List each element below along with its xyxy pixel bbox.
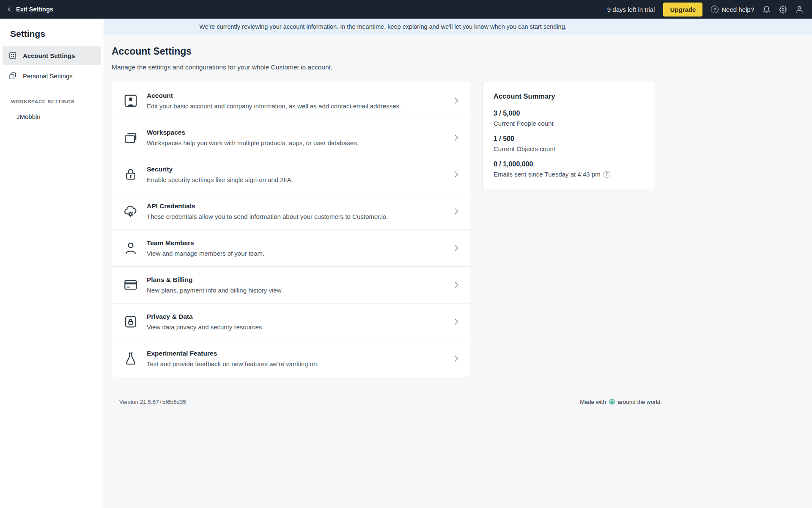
lock-icon [123, 167, 138, 182]
person-icon [123, 240, 138, 256]
row-title: API Credentials [147, 202, 452, 210]
account-summary-card: Account Summary 3 / 5,000 Current People… [482, 82, 654, 189]
help-circle-icon: ? [711, 6, 719, 13]
row-text: Team Members View and manage members of … [147, 239, 452, 257]
user-account-icon[interactable] [796, 6, 804, 14]
sidebar-item-workspace-jmobbin[interactable]: JMobbin [0, 109, 104, 124]
made-with-prefix: Made with [580, 399, 606, 405]
settings-row-workspaces[interactable]: Workspaces Workspaces help you work with… [112, 119, 470, 156]
row-description: These credentials allow you to send info… [147, 213, 452, 220]
stat-label: Current Objects count [494, 145, 643, 152]
content-container: Account Settings Manage the settings and… [112, 46, 654, 405]
chevron-right-icon [452, 97, 461, 105]
row-description: Workspaces help you work with multiple p… [147, 139, 452, 146]
settings-row-api-credentials[interactable]: API Credentials These credentials allow … [112, 193, 470, 229]
main-area: We're currently reviewing your account i… [104, 19, 812, 508]
row-text: Plans & Billing New plans, payment info … [147, 276, 452, 294]
workspaces-folders-icon [123, 130, 138, 145]
page-title: Account Settings [112, 46, 654, 57]
account-settings-grid-icon [8, 51, 17, 60]
version-text: Version 21.5.57+bf6b5d35 [119, 399, 186, 405]
row-title: Plans & Billing [147, 276, 452, 284]
row-text: Security Enable security settings like s… [147, 166, 452, 183]
sidebar-title: Settings [10, 29, 104, 39]
stat-label: Current People count [494, 120, 643, 127]
account-badge-icon [123, 93, 138, 108]
notifications-bell-icon[interactable] [763, 6, 771, 14]
settings-row-privacy-data[interactable]: Privacy & Data View data privacy and sec… [112, 303, 470, 340]
chevron-right-icon [452, 170, 461, 179]
chevron-right-icon [452, 281, 461, 289]
row-title: Privacy & Data [147, 313, 452, 320]
need-help-button[interactable]: ? Need help? [711, 6, 754, 13]
topbar-actions: 9 days left in trial Upgrade ? Need help… [607, 3, 804, 17]
chevron-right-icon [452, 133, 461, 142]
row-description: Test and provide feedback on new feature… [147, 360, 452, 367]
stat-value: 3 / 5,000 [494, 110, 643, 117]
row-title: Workspaces [147, 129, 452, 136]
settings-list-card: Account Edit your basic account and comp… [112, 82, 470, 377]
chevron-right-icon [452, 207, 461, 215]
stat-value: 0 / 1,000,000 [494, 160, 643, 168]
shield-lock-icon [123, 314, 138, 329]
review-notice-text: We're currently reviewing your account i… [112, 19, 654, 35]
sidebar-item-account-settings[interactable]: Account Settings [3, 46, 101, 65]
trial-countdown: 9 days left in trial [607, 6, 655, 13]
need-help-label: Need help? [721, 6, 754, 13]
row-description: Enable security settings like single sig… [147, 176, 452, 183]
stat-label-text: Emails sent since Tuesday at 4:43 pm [494, 171, 601, 178]
account-summary-title: Account Summary [494, 92, 643, 100]
credit-card-icon [123, 277, 138, 293]
sidebar-item-label: Personal Settings [23, 72, 73, 80]
objects-count-stat: 1 / 500 Current Objects count [494, 135, 643, 152]
settings-row-experimental-features[interactable]: Experimental Features Test and provide f… [112, 340, 470, 377]
content-columns: Account Edit your basic account and comp… [112, 82, 654, 377]
settings-row-team-members[interactable]: Team Members View and manage members of … [112, 229, 470, 266]
page-footer: Version 21.5.57+bf6b5d35 Made with aroun… [119, 398, 662, 405]
upgrade-button[interactable]: Upgrade [663, 3, 702, 17]
row-text: Privacy & Data View data privacy and sec… [147, 313, 452, 331]
row-text: Account Edit your basic account and comp… [147, 92, 452, 110]
people-count-stat: 3 / 5,000 Current People count [494, 110, 643, 127]
row-title: Security [147, 166, 452, 173]
exit-settings-label: Exit Settings [16, 6, 53, 13]
settings-row-plans-billing[interactable]: Plans & Billing New plans, payment info … [112, 266, 470, 303]
chevron-right-icon [452, 318, 461, 326]
flask-icon [123, 351, 138, 366]
row-text: API Credentials These credentials allow … [147, 202, 452, 220]
settings-row-account[interactable]: Account Edit your basic account and comp… [112, 82, 470, 119]
chevron-left-icon [6, 6, 13, 13]
sidebar-item-label: Account Settings [23, 52, 75, 59]
settings-gear-icon[interactable] [779, 6, 787, 14]
row-title: Team Members [147, 239, 452, 247]
sidebar-item-personal-settings[interactable]: Personal Settings [3, 66, 101, 86]
settings-sidebar: Settings Account Settings Personal Setti… [0, 19, 104, 508]
emails-sent-stat: 0 / 1,000,000 Emails sent since Tuesday … [494, 160, 643, 178]
row-text: Workspaces Workspaces help you work with… [147, 129, 452, 146]
page-subtitle: Manage the settings and configurations f… [112, 64, 654, 71]
row-description: View and manage members of your team. [147, 250, 452, 257]
row-title: Experimental Features [147, 350, 452, 357]
globe-icon [609, 398, 615, 405]
topbar: Exit Settings 9 days left in trial Upgra… [0, 0, 812, 19]
row-description: Edit your basic account and company info… [147, 102, 452, 110]
app-body: Settings Account Settings Personal Setti… [0, 19, 812, 508]
review-notice-banner: We're currently reviewing your account i… [104, 19, 812, 35]
stat-label: Emails sent since Tuesday at 4:43 pm ? [494, 171, 643, 178]
row-text: Experimental Features Test and provide f… [147, 350, 452, 367]
made-with-text: Made with around the world. [580, 398, 662, 405]
row-description: New plans, payment info and billing hist… [147, 287, 452, 294]
workspace-settings-section-label: WORKSPACE SETTINGS [11, 99, 104, 104]
made-with-suffix: around the world. [618, 399, 662, 405]
chevron-right-icon [452, 354, 461, 363]
row-title: Account [147, 92, 452, 99]
row-description: View data privacy and security resources… [147, 323, 452, 331]
help-circle-icon[interactable]: ? [604, 171, 610, 178]
stat-value: 1 / 500 [494, 135, 643, 143]
chevron-right-icon [452, 244, 461, 252]
exit-settings-button[interactable]: Exit Settings [6, 6, 53, 13]
settings-row-security[interactable]: Security Enable security settings like s… [112, 156, 470, 193]
personal-settings-copy-icon [8, 72, 17, 80]
cloud-gear-icon [123, 204, 138, 219]
